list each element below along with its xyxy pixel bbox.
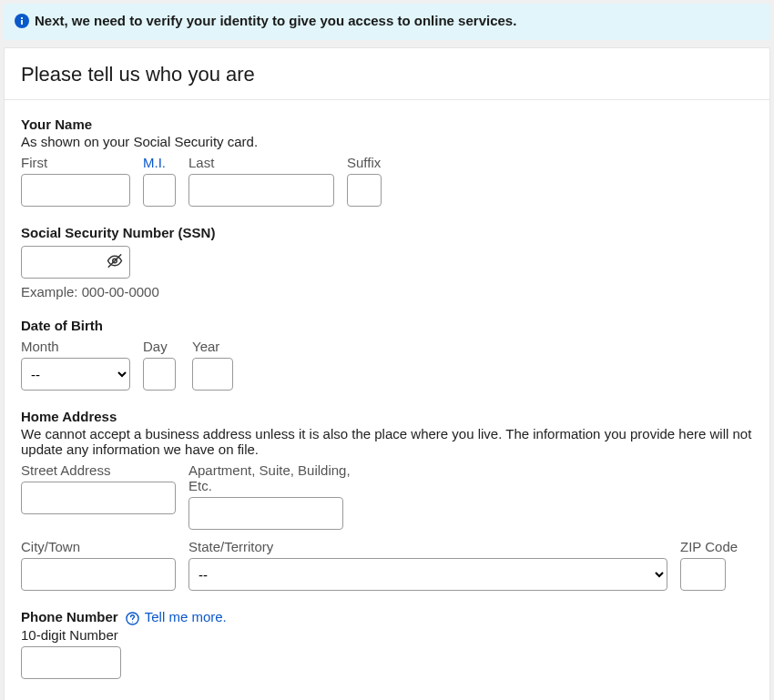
street-label: Street Address <box>21 462 176 478</box>
section-phone: Phone Number Tell me more. 10-digit Numb… <box>21 609 753 679</box>
last-label: Last <box>188 155 334 170</box>
eye-off-icon[interactable] <box>107 253 123 272</box>
svg-point-6 <box>132 621 133 622</box>
name-sub: As shown on your Social Security card. <box>21 134 753 149</box>
phone-label: 10-digit Number <box>21 627 130 643</box>
info-alert: Next, we need to verify your identity to… <box>4 4 770 40</box>
ssn-title: Social Security Number (SSN) <box>21 225 753 240</box>
first-label: First <box>21 155 130 170</box>
info-icon <box>15 13 29 31</box>
help-icon[interactable] <box>126 612 139 625</box>
dob-month-label: Month <box>21 339 130 354</box>
form-card: Please tell us who you are Your Name As … <box>4 47 770 700</box>
dob-day-input[interactable] <box>143 358 176 391</box>
section-name: Your Name As shown on your Social Securi… <box>21 117 753 207</box>
address-title: Home Address <box>21 409 753 424</box>
dob-year-label: Year <box>192 339 238 354</box>
last-input[interactable] <box>188 174 334 207</box>
apt-label: Apartment, Suite, Building, Etc. <box>188 462 371 493</box>
svg-rect-2 <box>21 17 23 19</box>
page-title: Please tell us who you are <box>5 48 769 100</box>
mi-input[interactable] <box>143 174 176 207</box>
city-input[interactable] <box>21 558 176 591</box>
apt-input[interactable] <box>188 497 343 530</box>
tell-me-more-link[interactable]: Tell me more. <box>145 609 227 624</box>
zip-label: ZIP Code <box>680 539 753 554</box>
dob-day-label: Day <box>143 339 179 354</box>
dob-month-select[interactable]: -- <box>21 358 130 391</box>
section-dob: Date of Birth Month -- Day Year <box>21 318 753 391</box>
state-select[interactable]: -- <box>188 558 667 591</box>
suffix-input[interactable] <box>347 174 382 207</box>
section-ssn: Social Security Number (SSN) Example: 00… <box>21 225 753 299</box>
zip-input[interactable] <box>680 558 726 591</box>
mi-label[interactable]: M.I. <box>143 155 176 170</box>
suffix-label: Suffix <box>347 155 392 170</box>
street-input[interactable] <box>21 482 176 514</box>
section-address: Home Address We cannot accept a business… <box>21 409 753 591</box>
first-input[interactable] <box>21 174 130 207</box>
dob-title: Date of Birth <box>21 318 753 333</box>
dob-year-input[interactable] <box>192 358 233 391</box>
svg-rect-1 <box>21 20 23 25</box>
phone-title: Phone Number <box>21 609 118 624</box>
ssn-example: Example: 000-00-0000 <box>21 284 753 299</box>
city-label: City/Town <box>21 539 176 554</box>
name-title: Your Name <box>21 117 753 132</box>
info-alert-text: Next, we need to verify your identity to… <box>35 13 516 28</box>
phone-input[interactable] <box>21 646 121 679</box>
state-label: State/Territory <box>188 539 667 554</box>
address-sub: We cannot accept a business address unle… <box>21 426 753 457</box>
